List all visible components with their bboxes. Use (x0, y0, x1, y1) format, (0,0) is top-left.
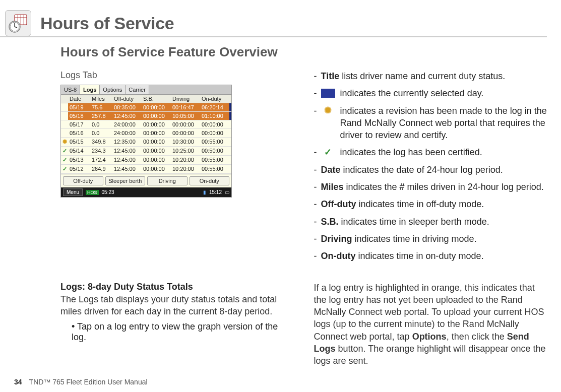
cell: 172.4 (90, 156, 112, 164)
col-onduty: On-duty (200, 95, 229, 103)
col-date: Date (68, 95, 90, 103)
check-icon: ✓ (63, 148, 67, 154)
cell: 00:00:00 (200, 129, 229, 137)
definition-text: Driving indicates time in driving mode. (321, 233, 547, 245)
cell: 00:00:00 (142, 112, 171, 120)
tab-carrier[interactable]: Carrier (126, 85, 149, 94)
logs-bullet: Tap on a log entry to view the graph ver… (72, 321, 294, 343)
logs-tab-label: Logs Tab (60, 70, 294, 81)
tab-logs[interactable]: Logs (80, 85, 100, 94)
table-row[interactable]: 05/1975.608:35:0000:00:0000:16:4706:20:1… (61, 103, 231, 112)
definition-item: -indicates the currently selected day. (314, 87, 547, 99)
cell: 00:16:47 (171, 103, 200, 111)
star-icon: ✺ (63, 139, 67, 145)
col-sb: S.B. (142, 95, 171, 103)
revision-star-icon: ✺ (321, 106, 335, 115)
definition-term: On-duty (321, 251, 356, 261)
cell: 05/13 (68, 156, 90, 164)
table-row[interactable]: 05/18257.812:45:0000:00:0010:05:0001:10:… (61, 112, 231, 120)
logs-section-body: The Logs tab displays your duty status t… (60, 293, 294, 318)
cell: 00:00:00 (171, 129, 200, 137)
table-row[interactable]: ✺05/15349.812:35:0000:00:0010:30:0000:55… (61, 138, 231, 147)
definition-item: -Date indicates the date of 24-hour log … (314, 164, 547, 176)
table-row[interactable]: ✓05/14234.312:45:0000:00:0010:25:0000:50… (61, 147, 231, 156)
col-miles: Miles (90, 95, 112, 103)
doc-title: TND™ 765 Fleet Edition User Manual (29, 378, 148, 386)
logs-screenshot: US-8 Logs Options Carrier Date Miles Off… (60, 85, 232, 198)
status-time-left: 05:23 (102, 189, 114, 195)
cell: 257.8 (90, 112, 112, 120)
btn-driving[interactable]: Driving (147, 176, 188, 185)
definition-text: indicates the log has been certified. (340, 146, 547, 158)
certified-check-icon: ✓ (321, 148, 335, 157)
cell: 00:00:00 (200, 120, 229, 128)
cell: 24:00:00 (112, 129, 142, 137)
tab-options[interactable]: Options (100, 85, 126, 94)
dash: - (314, 105, 321, 142)
table-row[interactable]: ✓05/12264.912:45:0000:00:0010:20:0000:55… (61, 165, 231, 174)
cell: 00:00:00 (142, 138, 171, 146)
definition-text: On-duty indicates time in on-duty mode. (321, 250, 547, 262)
note-part2: , then click the (447, 332, 507, 342)
cell: 00:00:00 (142, 103, 171, 111)
definition-item: -Off-duty indicates time in off-duty mod… (314, 198, 547, 210)
selected-day-icon (321, 89, 335, 98)
definition-text: Date indicates the date of 24-hour log p… (321, 164, 547, 176)
cell: 05/15 (68, 138, 90, 146)
table-row[interactable]: ✓05/13172.412:45:0000:00:0010:20:0000:55… (61, 156, 231, 165)
cell: 00:55:00 (200, 156, 229, 164)
screenshot-tabs: US-8 Logs Options Carrier (61, 85, 231, 95)
dash: - (314, 216, 321, 228)
cell: 00:00:00 (142, 147, 171, 155)
btn-offduty[interactable]: Off-duty (63, 176, 103, 185)
definition-term: Off-duty (321, 199, 356, 209)
table-row[interactable]: 05/170.024:00:0000:00:0000:00:0000:00:00 (61, 120, 231, 129)
tab-us8[interactable]: US-8 (61, 85, 80, 94)
page-footer: 34 TND™ 765 Fleet Edition User Manual (0, 378, 148, 386)
col-offduty: Off-duty (112, 95, 142, 103)
cell: 00:00:00 (171, 120, 200, 128)
cell: 12:45:00 (112, 112, 142, 120)
hos-badge: HOS (86, 190, 99, 195)
note-part3: button. The orange highlight will disapp… (314, 344, 546, 366)
definition-text: Miles indicates the # miles driven in 24… (321, 181, 547, 193)
cell: 00:00:00 (142, 156, 171, 164)
definition-item: -✺indicates a revision has been made to … (314, 105, 547, 142)
table-row[interactable]: 05/160.024:00:0000:00:0000:00:0000:00:00 (61, 129, 231, 138)
status-time-right: 15:12 (209, 189, 222, 195)
cell: 00:50:00 (200, 147, 229, 155)
cell: 05/12 (68, 165, 90, 173)
definition-term: Date (321, 165, 341, 175)
dash: - (314, 87, 321, 99)
status-bar: Menu HOS 05:23 ▮ 15:12 ▭ (61, 187, 231, 197)
cell: 05/19 (68, 103, 90, 111)
cell: 10:25:00 (171, 147, 200, 155)
duty-buttons: Off-duty Sleeper berth Driving On-duty (61, 174, 231, 187)
cell: 01:10:00 (200, 112, 229, 120)
definition-text: S.B. indicates time in sleeper berth mod… (321, 216, 547, 228)
note-options: Options (412, 332, 447, 342)
cell: 10:20:00 (171, 156, 200, 164)
cell: 234.3 (90, 147, 112, 155)
battery-icon: ▭ (225, 189, 229, 195)
definition-term: S.B. (321, 217, 339, 227)
cell: 264.9 (90, 165, 112, 173)
menu-button[interactable]: Menu (63, 188, 83, 196)
cell: 349.8 (90, 138, 112, 146)
page-title: Hours of Service (40, 14, 174, 33)
cell: 12:45:00 (112, 165, 142, 173)
cell: 0.0 (90, 120, 112, 128)
definition-term: Driving (321, 234, 352, 244)
cell: 08:35:00 (112, 103, 142, 111)
dash: - (314, 233, 321, 245)
logs-section-title: Logs: 8-day Duty Status Totals (60, 282, 294, 292)
cell: 0.0 (90, 129, 112, 137)
definition-item: -S.B. indicates time in sleeper berth mo… (314, 216, 547, 228)
btn-sleeper[interactable]: Sleeper berth (105, 176, 146, 185)
btn-onduty[interactable]: On-duty (190, 176, 230, 185)
cell: 24:00:00 (112, 120, 142, 128)
definition-text: Off-duty indicates time in off-duty mode… (321, 198, 547, 210)
check-icon: ✓ (63, 157, 67, 163)
dash: - (314, 164, 321, 176)
page-number: 34 (14, 378, 22, 386)
